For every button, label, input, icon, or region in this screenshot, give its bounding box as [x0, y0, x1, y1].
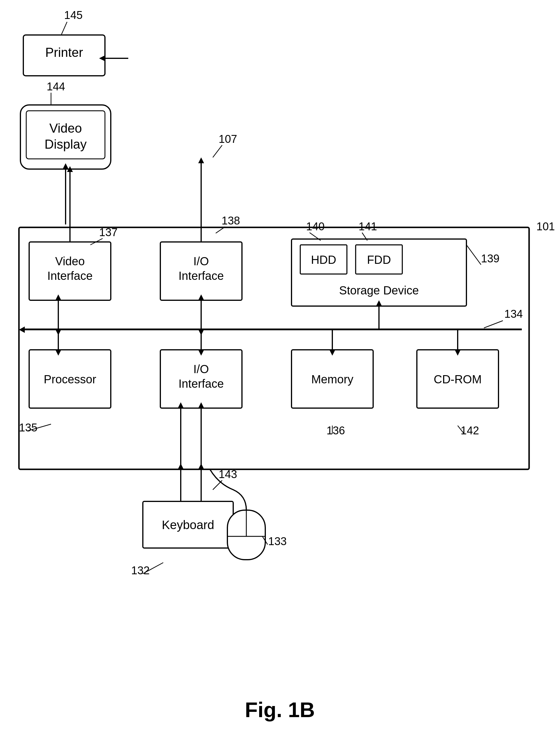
figure-label: Fig. 1B — [245, 698, 315, 722]
ref-144: 144 — [47, 80, 65, 93]
hdd-label: HDD — [311, 253, 336, 266]
fdd-label: FDD — [367, 253, 391, 266]
video-interface-label1: Video — [55, 255, 85, 267]
io-interface-bottom-label1: I/O — [193, 363, 209, 375]
printer-label: Printer — [45, 45, 83, 60]
ref-138: 138 — [221, 214, 240, 227]
ref-143: 143 — [219, 468, 237, 481]
ref-139: 139 — [481, 253, 499, 265]
diagram-container: 145 Printer 144 Video Display 101 Video … — [0, 0, 560, 748]
ref-134: 134 — [504, 308, 523, 320]
ref-133: 133 — [268, 535, 286, 547]
video-display-label2: Display — [45, 137, 87, 151]
ref-141: 141 — [358, 220, 377, 233]
ref-140: 140 — [306, 220, 324, 233]
ref-101: 101 — [536, 220, 555, 233]
io-interface-top-label1: I/O — [193, 255, 209, 267]
cd-rom-label: CD-ROM — [434, 373, 482, 385]
keyboard-label: Keyboard — [162, 518, 214, 532]
ref-136: 136 — [326, 424, 345, 437]
io-interface-bottom-label2: Interface — [179, 377, 224, 390]
ref-142: 142 — [461, 424, 479, 437]
ref-137: 137 — [99, 226, 117, 238]
video-interface-label2: Interface — [47, 270, 93, 282]
processor-label: Processor — [44, 373, 96, 385]
ref-135: 135 — [19, 422, 37, 434]
video-display-label1: Video — [49, 121, 82, 135]
ref-132: 132 — [131, 564, 149, 577]
storage-device-label: Storage Device — [339, 284, 419, 297]
ref-145: 145 — [64, 9, 83, 21]
io-interface-top-label2: Interface — [179, 270, 224, 282]
ref-107: 107 — [219, 133, 237, 145]
memory-label: Memory — [311, 373, 353, 385]
